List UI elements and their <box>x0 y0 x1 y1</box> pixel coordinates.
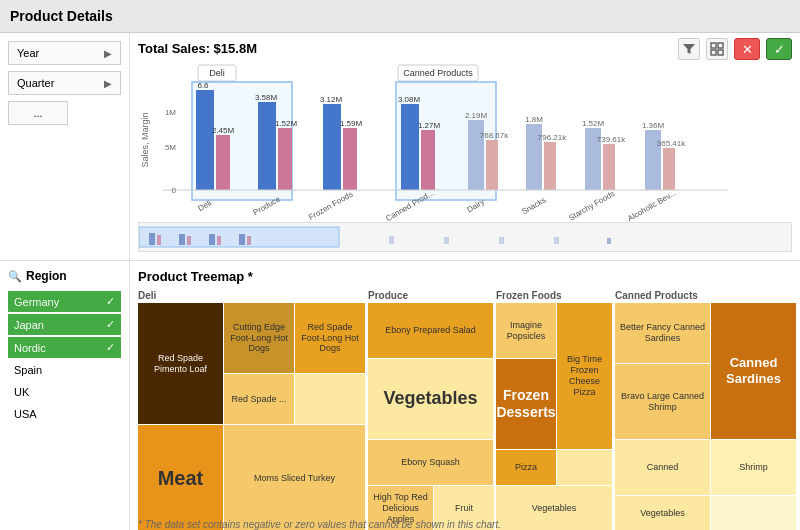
treemap-container: Deli Red SpadePimento Loaf Cutting Edge … <box>138 290 792 515</box>
tm-cell-better-fancy[interactable]: Better Fancy Canned Sardines <box>615 303 710 363</box>
main-container: Product Details Year ▶ Quarter ▶ ... <box>0 0 800 530</box>
svg-text:Snacks: Snacks <box>520 195 547 216</box>
tm-cell-moms-turkey[interactable]: Moms Sliced Turkey <box>224 425 365 530</box>
treemap-produce: Produce Ebony Prepared Salad Vegetables … <box>368 290 493 515</box>
region-item-usa[interactable]: USA <box>8 404 121 424</box>
svg-text:Starchy Foods: Starchy Foods <box>567 189 616 223</box>
svg-rect-60 <box>209 234 215 245</box>
svg-rect-66 <box>499 237 504 244</box>
svg-rect-3 <box>718 50 723 55</box>
region-item-spain[interactable]: Spain <box>8 360 121 380</box>
expand-icon[interactable] <box>706 38 728 60</box>
tm-cell-meat[interactable]: Meat <box>138 425 223 530</box>
page-title: Product Details <box>10 8 113 24</box>
more-options-button[interactable]: ... <box>8 101 68 125</box>
svg-rect-28 <box>486 140 498 190</box>
svg-rect-61 <box>217 236 221 245</box>
svg-text:365.41k: 365.41k <box>657 139 686 148</box>
chart-toolbar: ✕ ✓ <box>678 38 792 60</box>
svg-text:2.45M: 2.45M <box>212 126 235 135</box>
produce-label: Produce <box>368 290 493 301</box>
tm-cell-big-time-pizza[interactable]: Big Time Frozen Cheese Pizza <box>557 303 612 449</box>
svg-text:1.52M: 1.52M <box>582 119 605 128</box>
svg-rect-20 <box>343 128 357 190</box>
svg-rect-67 <box>554 237 559 244</box>
region-item-japan[interactable]: Japan ✓ <box>8 314 121 335</box>
svg-text:Deli: Deli <box>209 68 225 78</box>
tm-cell-frozen-empty <box>557 450 612 485</box>
svg-rect-24 <box>421 130 435 190</box>
svg-text:Frozen Foods: Frozen Foods <box>307 190 354 222</box>
confirm-button[interactable]: ✓ <box>766 38 792 60</box>
svg-text:1.36M: 1.36M <box>642 121 665 130</box>
tm-cell-imagine-popsicles[interactable]: Imagine Popsicles <box>496 303 556 358</box>
svg-text:3.08M: 3.08M <box>398 95 421 104</box>
svg-text:2.19M: 2.19M <box>465 111 488 120</box>
svg-text:3.12M: 3.12M <box>320 95 343 104</box>
region-item-nordic[interactable]: Nordic ✓ <box>8 337 121 358</box>
svg-rect-65 <box>444 237 449 244</box>
svg-rect-64 <box>389 236 394 244</box>
tm-cell-canned[interactable]: Canned <box>615 440 710 495</box>
check-icon-nordic: ✓ <box>106 341 115 354</box>
svg-rect-63 <box>247 236 251 245</box>
region-panel: 🔍 Region Germany ✓ Japan ✓ Nordic ✓ Spai… <box>0 261 130 530</box>
svg-rect-36 <box>603 144 615 190</box>
tm-cell-canned-sardines[interactable]: Canned Sardines <box>711 303 796 439</box>
tm-cell-vegetables[interactable]: Vegetables <box>368 359 493 439</box>
svg-text:Sales, Margin: Sales, Margin <box>140 112 150 167</box>
svg-rect-57 <box>157 235 161 245</box>
svg-rect-68 <box>607 238 611 244</box>
tm-cell-ebony-squash[interactable]: Ebony Squash <box>368 440 493 485</box>
tm-cell-red-spade-footlong[interactable]: Red Spade Foot-Long Hot Dogs <box>295 303 365 373</box>
year-filter-button[interactable]: Year ▶ <box>8 41 121 65</box>
svg-text:5M: 5M <box>165 143 176 152</box>
tm-cell-cutting-edge[interactable]: Cutting Edge Foot-Long Hot Dogs <box>224 303 294 373</box>
svg-text:0: 0 <box>172 186 177 195</box>
region-item-germany[interactable]: Germany ✓ <box>8 291 121 312</box>
tm-cell-red-spade-small[interactable]: Red Spade ... <box>224 374 294 424</box>
tm-cell-frozen-desserts[interactable]: Frozen Desserts <box>496 359 556 449</box>
svg-rect-16 <box>278 128 292 190</box>
tm-cell-bravo-shrimp[interactable]: Bravo Large Canned Shrimp <box>615 364 710 439</box>
svg-rect-40 <box>663 148 675 190</box>
svg-text:Canned Products: Canned Products <box>403 68 473 78</box>
close-button[interactable]: ✕ <box>734 38 760 60</box>
tm-cell-red-spade-pimento[interactable]: Red SpadePimento Loaf <box>138 303 223 424</box>
svg-text:3.58M: 3.58M <box>255 93 278 102</box>
tm-cell-empty1 <box>295 374 365 424</box>
tm-cell-canned-vegetables[interactable]: Vegetables <box>615 496 710 530</box>
quarter-filter-button[interactable]: Quarter ▶ <box>8 71 121 95</box>
svg-rect-56 <box>149 233 155 245</box>
svg-rect-1 <box>718 43 723 48</box>
svg-rect-0 <box>711 43 716 48</box>
svg-text:739.61k: 739.61k <box>597 135 626 144</box>
treemap-deli: Deli Red SpadePimento Loaf Cutting Edge … <box>138 290 365 515</box>
svg-text:768.67k: 768.67k <box>480 131 509 140</box>
svg-text:796.21k: 796.21k <box>538 133 567 142</box>
svg-text:1.59M: 1.59M <box>340 119 363 128</box>
svg-rect-11 <box>196 90 214 190</box>
svg-rect-12 <box>216 135 230 190</box>
chart-scrollbar[interactable] <box>138 222 792 252</box>
canned-label: Canned Products <box>615 290 796 301</box>
check-icon-germany: ✓ <box>106 295 115 308</box>
bottom-section: 🔍 Region Germany ✓ Japan ✓ Nordic ✓ Spai… <box>0 261 800 530</box>
svg-rect-2 <box>711 50 716 55</box>
tm-cell-frozen-vegetables[interactable]: Vegetables <box>496 486 612 530</box>
svg-rect-23 <box>401 104 419 190</box>
tm-cell-canned-empty <box>711 496 796 530</box>
svg-rect-59 <box>187 236 191 245</box>
year-arrow-icon: ▶ <box>104 48 112 59</box>
treemap-canned: Canned Products Better Fancy Canned Sard… <box>615 290 796 515</box>
svg-text:1.27M: 1.27M <box>418 121 441 130</box>
tm-cell-ebony-salad[interactable]: Ebony Prepared Salad <box>368 303 493 358</box>
svg-rect-15 <box>258 102 276 190</box>
deli-label: Deli <box>138 290 365 301</box>
svg-text:Alcoholic Bev...: Alcoholic Bev... <box>626 188 677 223</box>
tm-cell-shrimp[interactable]: Shrimp <box>711 440 796 495</box>
filter-icon[interactable] <box>678 38 700 60</box>
region-item-uk[interactable]: UK <box>8 382 121 402</box>
tm-cell-pizza[interactable]: Pizza <box>496 450 556 485</box>
treemap-title: Product Treemap * <box>138 269 792 284</box>
